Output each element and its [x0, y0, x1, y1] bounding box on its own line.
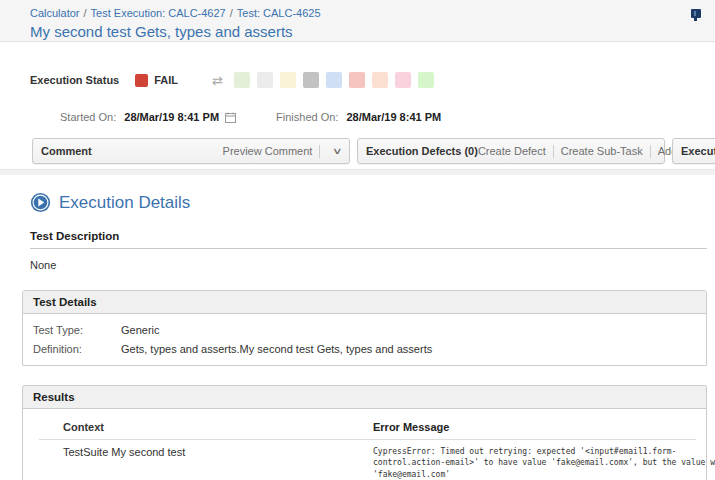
status-transition-icon: ⇄ [212, 74, 223, 87]
test-type-value: Generic [121, 324, 160, 336]
test-details-panel-title: Test Details [23, 291, 706, 314]
test-description-title: Test Description [30, 230, 707, 249]
breadcrumb-link-project[interactable]: Calculator [30, 7, 80, 19]
results-panel: Results Context Error Message TestSuite … [22, 385, 707, 480]
status-custom2-muted[interactable] [395, 72, 411, 88]
results-table: Context Error Message TestSuite My secon… [23, 421, 706, 480]
status-fail-swatch [135, 74, 148, 87]
breadcrumb-link-test-execution[interactable]: Test Execution: CALC-4627 [91, 7, 226, 19]
divider [319, 145, 320, 158]
play-circle-icon [30, 192, 51, 213]
bookmark-icon[interactable] [691, 9, 701, 18]
results-table-header: Context Error Message [39, 421, 696, 440]
page-header: Calculator/Test Execution: CALC-4627/Tes… [0, 0, 715, 42]
finished-on-label: Finished On: [276, 111, 338, 123]
status-todo-muted[interactable] [257, 72, 273, 88]
status-fail-muted[interactable] [349, 72, 365, 88]
status-aborted-muted[interactable] [303, 72, 319, 88]
error-message-text: CypressError: Timed out retrying: expect… [373, 446, 715, 480]
divider [650, 145, 651, 158]
status-blocked-muted[interactable] [326, 72, 342, 88]
context-column-header: Context [39, 421, 373, 433]
execution-status-badge: FAIL [135, 74, 178, 87]
table-row: TestSuite My second test CypressError: T… [39, 446, 706, 480]
execution-details-section: Execution Details Test Description None … [0, 175, 715, 480]
execution-defects-panel: Execution Defects (0) Create Defect Crea… [357, 138, 665, 164]
divider [553, 145, 554, 158]
definition-row: Definition: Gets, types and asserts.My s… [33, 343, 696, 355]
test-type-row: Test Type: Generic [33, 324, 696, 336]
calendar-icon[interactable] [225, 112, 236, 123]
results-panel-title: Results [23, 386, 706, 409]
create-sub-task-button[interactable]: Create Sub-Task [561, 145, 643, 157]
result-context-cell: TestSuite My second test [39, 446, 373, 480]
comment-panel: Comment Preview Comment ∨ [32, 138, 350, 164]
breadcrumb-separator: / [84, 7, 87, 19]
dates-row: Started On: 28/Mar/19 8:41 PM Finished O… [60, 111, 715, 123]
error-message-column-header: Error Message [373, 421, 696, 433]
test-type-label: Test Type: [33, 324, 121, 336]
create-defect-button[interactable]: Create Defect [478, 145, 546, 157]
started-on-value: 28/Mar/19 8:41 PM [124, 111, 219, 123]
test-description-section: Test Description None [30, 230, 707, 271]
started-on-label: Started On: [60, 111, 116, 123]
preview-comment-button[interactable]: Preview Comment [223, 145, 313, 157]
result-error-cell: CypressError: Timed out retrying: expect… [373, 446, 715, 480]
page-title: My second test Gets, types and asserts [30, 23, 703, 40]
collapsed-panels-row: Comment Preview Comment ∨ Execution Defe… [32, 138, 715, 164]
breadcrumb: Calculator/Test Execution: CALC-4627/Tes… [30, 7, 703, 20]
breadcrumb-link-test[interactable]: Test: CALC-4625 [237, 7, 321, 19]
execution-details-heading-text: Execution Details [59, 193, 190, 213]
breadcrumb-separator: / [230, 7, 233, 19]
status-pass-muted[interactable] [234, 72, 250, 88]
definition-label: Definition: [33, 343, 121, 355]
execution-status-value: FAIL [154, 74, 178, 86]
status-option-buttons [234, 72, 441, 88]
test-description-value: None [30, 259, 707, 271]
status-custom3-muted[interactable] [418, 72, 434, 88]
execution-status-row: Execution Status FAIL ⇄ [30, 72, 715, 88]
execution-details-heading: Execution Details [30, 192, 707, 213]
chevron-down-icon[interactable]: ∨ [332, 146, 343, 156]
execution-status-label: Execution Status [30, 74, 119, 86]
test-details-panel: Test Details Test Type: Generic Definiti… [22, 290, 707, 366]
definition-value: Gets, types and asserts.My second test G… [121, 343, 432, 355]
comment-panel-title: Comment [41, 145, 92, 157]
execution-defects-title: Execution Defects (0) [366, 145, 478, 157]
status-executing-muted[interactable] [280, 72, 296, 88]
execution-evidence-title: Execution Evidence [681, 145, 715, 157]
finished-on-value: 28/Mar/19 8:41 PM [346, 111, 441, 123]
status-custom1-muted[interactable] [372, 72, 388, 88]
execution-evidence-panel: Execution Evidence [672, 138, 715, 164]
